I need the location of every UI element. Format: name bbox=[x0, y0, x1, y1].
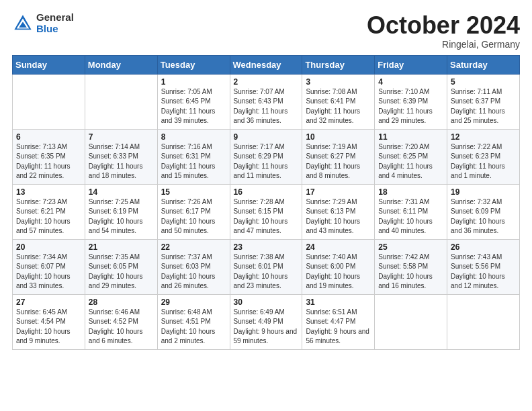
header-row-days: Sunday Monday Tuesday Wednesday Thursday… bbox=[13, 55, 520, 74]
day-info: Sunrise: 7:34 AMSunset: 6:07 PMDaylight:… bbox=[16, 253, 71, 290]
day-info: Sunrise: 7:40 AMSunset: 6:00 PMDaylight:… bbox=[306, 253, 360, 290]
day-cell: 7Sunrise: 7:14 AMSunset: 6:33 PMDaylight… bbox=[85, 129, 157, 184]
day-number: 18 bbox=[378, 187, 443, 197]
day-cell: 13Sunrise: 7:23 AMSunset: 6:21 PMDayligh… bbox=[13, 184, 85, 239]
col-thursday: Thursday bbox=[302, 55, 375, 74]
day-number: 27 bbox=[16, 298, 81, 307]
day-cell: 26Sunrise: 7:43 AMSunset: 5:56 PMDayligh… bbox=[447, 239, 520, 294]
day-cell: 5Sunrise: 7:11 AMSunset: 6:37 PMDaylight… bbox=[447, 74, 520, 129]
day-info: Sunrise: 7:29 AMSunset: 6:13 PMDaylight:… bbox=[306, 198, 360, 235]
day-cell: 29Sunrise: 6:48 AMSunset: 4:51 PMDayligh… bbox=[157, 294, 230, 349]
day-info: Sunrise: 7:25 AMSunset: 6:19 PMDaylight:… bbox=[89, 198, 143, 235]
col-sunday: Sunday bbox=[13, 55, 85, 74]
day-number: 22 bbox=[161, 242, 226, 252]
day-number: 4 bbox=[378, 77, 443, 87]
day-number: 16 bbox=[234, 187, 299, 197]
day-number: 13 bbox=[16, 187, 81, 197]
day-cell: 8Sunrise: 7:16 AMSunset: 6:31 PMDaylight… bbox=[157, 129, 230, 184]
day-info: Sunrise: 7:19 AMSunset: 6:27 PMDaylight:… bbox=[306, 143, 360, 180]
day-cell: 17Sunrise: 7:29 AMSunset: 6:13 PMDayligh… bbox=[302, 184, 375, 239]
day-cell bbox=[447, 294, 520, 349]
week-row-4: 27Sunrise: 6:45 AMSunset: 4:54 PMDayligh… bbox=[13, 294, 520, 349]
day-info: Sunrise: 7:31 AMSunset: 6:11 PMDaylight:… bbox=[378, 198, 433, 235]
day-cell bbox=[85, 74, 157, 129]
day-number: 6 bbox=[16, 132, 81, 142]
day-number: 28 bbox=[89, 298, 154, 307]
day-cell bbox=[375, 294, 447, 349]
day-number: 21 bbox=[89, 242, 154, 252]
day-cell: 1Sunrise: 7:05 AMSunset: 6:45 PMDaylight… bbox=[157, 74, 230, 129]
page-container: General Blue October 2024 Ringelai, Germ… bbox=[0, 0, 532, 357]
day-number: 20 bbox=[16, 242, 81, 252]
subtitle: Ringelai, Germany bbox=[367, 39, 520, 50]
day-cell: 27Sunrise: 6:45 AMSunset: 4:54 PMDayligh… bbox=[13, 294, 85, 349]
day-cell: 25Sunrise: 7:42 AMSunset: 5:58 PMDayligh… bbox=[375, 239, 447, 294]
col-tuesday: Tuesday bbox=[157, 55, 230, 74]
day-info: Sunrise: 6:46 AMSunset: 4:52 PMDaylight:… bbox=[89, 308, 143, 345]
day-info: Sunrise: 7:23 AMSunset: 6:21 PMDaylight:… bbox=[16, 198, 71, 235]
day-cell: 12Sunrise: 7:22 AMSunset: 6:23 PMDayligh… bbox=[447, 129, 520, 184]
day-number: 7 bbox=[89, 132, 154, 142]
day-number: 8 bbox=[161, 132, 226, 142]
day-info: Sunrise: 7:26 AMSunset: 6:17 PMDaylight:… bbox=[161, 198, 216, 235]
day-info: Sunrise: 7:08 AMSunset: 6:41 PMDaylight:… bbox=[306, 88, 360, 125]
day-info: Sunrise: 7:43 AMSunset: 5:56 PMDaylight:… bbox=[451, 253, 505, 290]
day-cell: 20Sunrise: 7:34 AMSunset: 6:07 PMDayligh… bbox=[13, 239, 85, 294]
day-number: 19 bbox=[451, 187, 516, 197]
day-number: 11 bbox=[378, 132, 443, 142]
week-row-0: 1Sunrise: 7:05 AMSunset: 6:45 PMDaylight… bbox=[13, 74, 520, 129]
day-info: Sunrise: 7:20 AMSunset: 6:25 PMDaylight:… bbox=[378, 143, 433, 180]
day-cell: 9Sunrise: 7:17 AMSunset: 6:29 PMDaylight… bbox=[230, 129, 302, 184]
col-monday: Monday bbox=[85, 55, 157, 74]
day-cell: 16Sunrise: 7:28 AMSunset: 6:15 PMDayligh… bbox=[230, 184, 302, 239]
title-block: October 2024 Ringelai, Germany bbox=[367, 12, 520, 50]
col-friday: Friday bbox=[375, 55, 447, 74]
day-cell: 30Sunrise: 6:49 AMSunset: 4:49 PMDayligh… bbox=[230, 294, 302, 349]
day-number: 24 bbox=[306, 242, 371, 252]
day-cell: 22Sunrise: 7:37 AMSunset: 6:03 PMDayligh… bbox=[157, 239, 230, 294]
col-saturday: Saturday bbox=[447, 55, 520, 74]
logo: General Blue bbox=[12, 12, 74, 34]
day-info: Sunrise: 7:42 AMSunset: 5:58 PMDaylight:… bbox=[378, 253, 433, 290]
day-cell: 4Sunrise: 7:10 AMSunset: 6:39 PMDaylight… bbox=[375, 74, 447, 129]
day-cell: 15Sunrise: 7:26 AMSunset: 6:17 PMDayligh… bbox=[157, 184, 230, 239]
month-title: October 2024 bbox=[367, 12, 520, 39]
day-info: Sunrise: 6:49 AMSunset: 4:49 PMDaylight:… bbox=[234, 308, 298, 345]
day-cell: 18Sunrise: 7:31 AMSunset: 6:11 PMDayligh… bbox=[375, 184, 447, 239]
day-number: 25 bbox=[378, 242, 443, 252]
day-number: 14 bbox=[89, 187, 154, 197]
col-wednesday: Wednesday bbox=[230, 55, 302, 74]
day-info: Sunrise: 7:07 AMSunset: 6:43 PMDaylight:… bbox=[234, 88, 288, 125]
day-info: Sunrise: 7:35 AMSunset: 6:05 PMDaylight:… bbox=[89, 253, 143, 290]
day-info: Sunrise: 7:16 AMSunset: 6:31 PMDaylight:… bbox=[161, 143, 216, 180]
day-cell: 3Sunrise: 7:08 AMSunset: 6:41 PMDaylight… bbox=[302, 74, 375, 129]
day-info: Sunrise: 7:10 AMSunset: 6:39 PMDaylight:… bbox=[378, 88, 433, 125]
day-info: Sunrise: 7:28 AMSunset: 6:15 PMDaylight:… bbox=[234, 198, 288, 235]
day-number: 17 bbox=[306, 187, 371, 197]
day-number: 15 bbox=[161, 187, 226, 197]
day-number: 3 bbox=[306, 77, 371, 87]
day-cell: 10Sunrise: 7:19 AMSunset: 6:27 PMDayligh… bbox=[302, 129, 375, 184]
day-number: 26 bbox=[451, 242, 516, 252]
logo-text: General Blue bbox=[36, 12, 74, 34]
day-cell: 11Sunrise: 7:20 AMSunset: 6:25 PMDayligh… bbox=[375, 129, 447, 184]
day-info: Sunrise: 7:22 AMSunset: 6:23 PMDaylight:… bbox=[451, 143, 505, 180]
logo-blue-text: Blue bbox=[36, 24, 74, 35]
day-info: Sunrise: 6:45 AMSunset: 4:54 PMDaylight:… bbox=[16, 308, 71, 345]
day-info: Sunrise: 7:11 AMSunset: 6:37 PMDaylight:… bbox=[451, 88, 505, 125]
day-number: 5 bbox=[451, 77, 516, 87]
day-cell: 24Sunrise: 7:40 AMSunset: 6:00 PMDayligh… bbox=[302, 239, 375, 294]
day-number: 31 bbox=[306, 298, 371, 307]
day-cell: 28Sunrise: 6:46 AMSunset: 4:52 PMDayligh… bbox=[85, 294, 157, 349]
calendar-table: Sunday Monday Tuesday Wednesday Thursday… bbox=[12, 55, 520, 350]
day-number: 23 bbox=[234, 242, 299, 252]
day-cell: 31Sunrise: 6:51 AMSunset: 4:47 PMDayligh… bbox=[302, 294, 375, 349]
day-number: 9 bbox=[234, 132, 299, 142]
day-info: Sunrise: 7:32 AMSunset: 6:09 PMDaylight:… bbox=[451, 198, 505, 235]
week-row-2: 13Sunrise: 7:23 AMSunset: 6:21 PMDayligh… bbox=[13, 184, 520, 239]
day-cell: 21Sunrise: 7:35 AMSunset: 6:05 PMDayligh… bbox=[85, 239, 157, 294]
day-info: Sunrise: 7:38 AMSunset: 6:01 PMDaylight:… bbox=[234, 253, 288, 290]
header-row: General Blue October 2024 Ringelai, Germ… bbox=[12, 12, 520, 50]
day-number: 30 bbox=[234, 298, 299, 307]
day-number: 2 bbox=[234, 77, 299, 87]
